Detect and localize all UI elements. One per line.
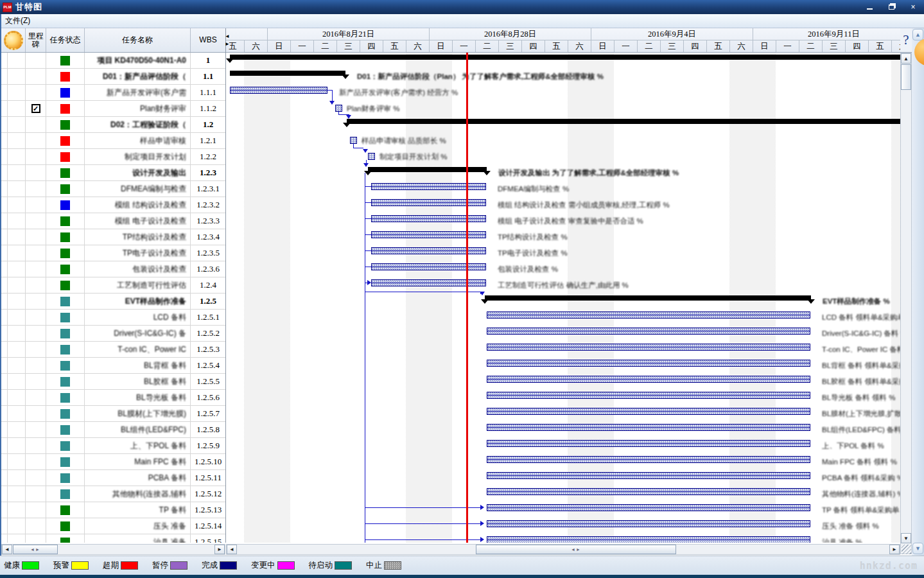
task-row[interactable]: TP结构设计及检查1.2.3.4 xyxy=(1,229,225,245)
vscroll-down-arrow-icon[interactable]: ▼ xyxy=(901,533,911,543)
task-row[interactable]: 模组 电子设计及检查1.2.3.3 xyxy=(1,213,225,229)
task-row[interactable]: BL膜材(上下增光膜)1.2.5.7 xyxy=(1,406,225,422)
task-row[interactable]: 包装设计及检查1.2.3.6 xyxy=(1,261,225,277)
task-bar[interactable] xyxy=(371,231,486,238)
app-window: PLM 甘特图 × 文件(Z) 里程碑 任务状态 任务名称 WBS 项目 KD4… xyxy=(0,0,924,578)
table-hscroll-left-arrow-icon[interactable]: ◄ xyxy=(2,545,12,554)
task-row[interactable]: TP 备料1.2.5.13 xyxy=(1,502,225,518)
page-scroll-strip xyxy=(912,28,924,556)
page-scroll-up-icon[interactable]: ▲ xyxy=(912,29,923,40)
status-swatch xyxy=(60,377,70,387)
task-row[interactable]: 工艺制造可行性评估1.2.4 xyxy=(1,277,225,293)
task-bar[interactable] xyxy=(487,520,810,527)
task-row[interactable]: LCD 备料1.2.5.1 xyxy=(1,310,225,326)
task-row[interactable]: EVT样品制作准备1.2.5 xyxy=(1,293,225,310)
task-bar[interactable] xyxy=(487,408,810,415)
minimize-button[interactable] xyxy=(862,2,876,12)
task-row[interactable]: 治具 准备1.2.5.15 xyxy=(1,534,225,543)
task-bar[interactable] xyxy=(371,183,486,190)
task-row[interactable]: PCBA 备料1.2.5.11 xyxy=(1,470,225,486)
summary-bar[interactable] xyxy=(347,119,900,124)
summary-bar[interactable] xyxy=(230,71,345,76)
vscroll-thumb[interactable] xyxy=(901,64,911,90)
gantt-hscroll-thumb[interactable]: ◄► xyxy=(476,545,676,554)
task-row[interactable]: BL组件(LED&FPC)1.2.5.8 xyxy=(1,422,225,438)
task-row[interactable]: DFMEA编制与检查1.2.3.1 xyxy=(1,181,225,197)
task-bar[interactable] xyxy=(487,344,810,351)
task-bar[interactable] xyxy=(487,360,810,367)
task-row[interactable]: Main FPC 备料1.2.5.10 xyxy=(1,454,225,470)
task-bar[interactable] xyxy=(487,488,810,495)
day-header-cell: 日 xyxy=(591,40,614,53)
milestone-checkbox[interactable]: ✓ xyxy=(31,104,40,113)
task-bar[interactable] xyxy=(487,456,810,463)
task-point-marker[interactable] xyxy=(350,137,357,144)
task-point-marker[interactable] xyxy=(368,153,375,160)
summary-bar[interactable] xyxy=(230,55,900,60)
milestone-cell xyxy=(26,534,46,543)
task-bar[interactable] xyxy=(487,311,810,319)
day-header-cell: 六 xyxy=(729,40,753,53)
vscroll-up-arrow-icon[interactable]: ▲ xyxy=(901,53,911,64)
resize-grip[interactable] xyxy=(902,545,911,554)
close-button[interactable]: × xyxy=(906,2,920,12)
task-bar[interactable] xyxy=(371,247,486,254)
table-hscroll-thumb[interactable]: ◄► xyxy=(13,545,58,554)
task-bar[interactable] xyxy=(487,504,810,511)
gantt-hscroll-left-arrow-icon[interactable]: ◄ xyxy=(227,545,237,554)
task-row[interactable]: D01：新产品评估阶段（1.1 xyxy=(1,69,225,85)
splitter-collapse-left-icon[interactable]: ◄ xyxy=(225,33,230,40)
task-bar[interactable] xyxy=(487,440,810,447)
task-row[interactable]: D02：工程验证阶段（1.2 xyxy=(1,117,225,133)
task-bar[interactable] xyxy=(487,536,810,543)
task-bar[interactable] xyxy=(487,472,810,479)
day-header-cell: 六 xyxy=(244,40,267,53)
task-row[interactable]: 其他物料(连接器,辅料1.2.5.12 xyxy=(1,486,225,502)
task-bar[interactable] xyxy=(371,279,486,286)
task-row[interactable]: Driver(S-IC&G-IC) 备1.2.5.2 xyxy=(1,326,225,342)
task-row[interactable]: 制定项目开发计划1.2.2 xyxy=(1,149,225,165)
task-bar[interactable] xyxy=(487,376,810,383)
task-row[interactable]: 上、下POL 备料1.2.5.9 xyxy=(1,438,225,454)
task-row[interactable]: TP电子设计及检查1.2.3.5 xyxy=(1,245,225,261)
summary-bar[interactable] xyxy=(485,295,811,301)
task-row[interactable]: 新产品开发评审(客户需1.1.1 xyxy=(1,85,225,101)
page-scroll-down-icon[interactable]: ▼ xyxy=(912,543,923,554)
task-row[interactable]: 压头 准备1.2.5.14 xyxy=(1,518,225,534)
task-bar[interactable] xyxy=(487,392,810,399)
task-row[interactable]: 样品申请审核1.2.1 xyxy=(1,133,225,149)
task-row[interactable]: 模组 结构设计及检查1.2.3.2 xyxy=(1,197,225,213)
dependency-line xyxy=(353,148,363,148)
status-swatch xyxy=(60,200,70,210)
task-bar[interactable] xyxy=(371,263,486,270)
help-icon[interactable]: ? xyxy=(903,32,909,48)
task-row[interactable]: ✓Plan财务评审1.1.2 xyxy=(1,101,225,117)
milestone-cell xyxy=(26,165,46,181)
gantt-hscrollbar[interactable]: ◄ ◄► ► xyxy=(226,544,900,555)
task-row[interactable]: BL背框 备料1.2.5.4 xyxy=(1,358,225,374)
task-row[interactable]: 设计开发及输出1.2.3 xyxy=(1,165,225,181)
task-row[interactable]: BL导光板 备料1.2.5.6 xyxy=(1,390,225,406)
task-bar[interactable] xyxy=(371,215,486,222)
status-cell xyxy=(46,181,85,197)
gantt-vscrollbar[interactable]: ▲ ▼ xyxy=(900,53,912,554)
restore-button[interactable] xyxy=(884,2,898,12)
table-hscroll-right-arrow-icon[interactable]: ► xyxy=(214,545,225,554)
task-point-marker[interactable] xyxy=(335,105,342,112)
task-row[interactable]: 项目 KD470D50-40N1-A01 xyxy=(1,53,225,69)
gantt-hscroll-right-arrow-icon[interactable]: ► xyxy=(889,545,900,554)
task-row[interactable]: BL胶框 备料1.2.5.5 xyxy=(1,374,225,390)
dependency-line xyxy=(332,90,333,101)
task-bar[interactable] xyxy=(230,87,327,94)
task-bar[interactable] xyxy=(371,199,486,206)
table-hscrollbar[interactable]: ◄ ◄► ► xyxy=(1,544,225,555)
task-name-cell: PCBA 备料 xyxy=(85,470,191,486)
splitter-collapse-right-icon[interactable]: ► xyxy=(225,41,230,48)
menu-file[interactable]: 文件(Z) xyxy=(5,15,30,26)
task-bar[interactable] xyxy=(487,424,810,431)
task-bar[interactable] xyxy=(487,328,810,335)
task-name-text: TP电子设计及检查 xyxy=(123,248,186,259)
week-header-cell: 2016年9月11日 xyxy=(753,28,900,40)
task-row[interactable]: T-con IC、Power IC1.2.5.3 xyxy=(1,342,225,358)
summary-bar[interactable] xyxy=(368,167,487,172)
